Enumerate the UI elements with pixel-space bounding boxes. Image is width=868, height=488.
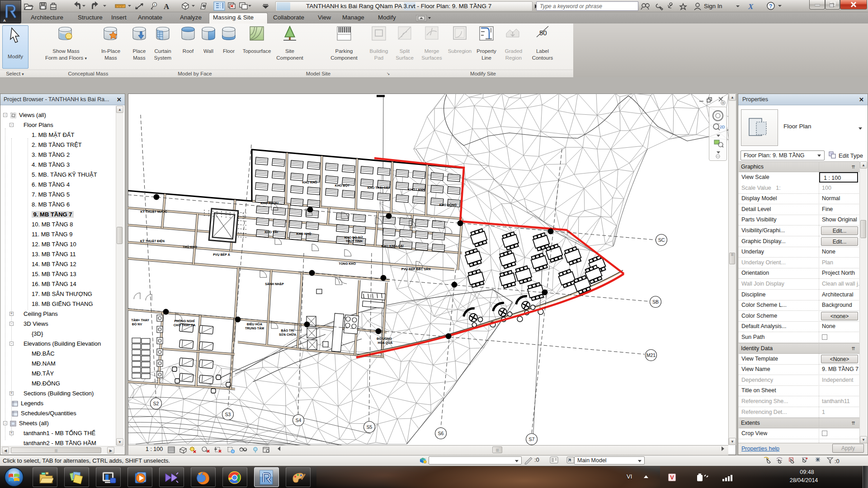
svg-text:S4: S4 xyxy=(296,418,302,423)
svg-text:KHO KIM LOẠI: KHO KIM LOẠI xyxy=(382,244,404,248)
svg-text:ĐỒ UỐNG: ĐỒ UỐNG xyxy=(377,336,392,340)
svg-text:SC: SC xyxy=(658,237,665,243)
svg-text:SỬA CHỮA: SỬA CHỮA xyxy=(279,333,296,336)
svg-text:PVỤ BẾP ĐẶC SẢN: PVỤ BẾP ĐẶC SẢN xyxy=(401,267,430,271)
svg-text:KỸ THUẬT ĐIỆN: KỸ THUẬT ĐIỆN xyxy=(140,239,165,243)
svg-text:50: 50 xyxy=(539,29,547,37)
svg-text:TẮM+ THAY: TẮM+ THAY xyxy=(131,318,149,322)
svg-text:CHỜ THAY CA: CHỜ THAY CA xyxy=(174,323,195,327)
svg-text:S5: S5 xyxy=(367,424,373,430)
svg-text:HOA QUẢ: HOA QUẢ xyxy=(378,341,393,345)
svg-text:KHO ĐỒ SỨ,: KHO ĐỒ SỨ, xyxy=(344,235,363,239)
svg-text:M21: M21 xyxy=(646,352,656,358)
svg-text:TỔNG KHO: TỔNG KHO xyxy=(339,262,356,265)
svg-text:KHO LẠNH: KHO LẠNH xyxy=(408,188,425,191)
svg-text:PVỤ BẾP Á: PVỤ BẾP Á xyxy=(213,252,230,256)
svg-text:SÀNH NHẬP: SÀNH NHẬP xyxy=(265,282,284,286)
svg-text:KHO ĐÔNG: KHO ĐÔNG xyxy=(439,203,457,206)
svg-text:S3: S3 xyxy=(225,412,231,417)
svg-text:X: X xyxy=(748,2,754,11)
svg-text:KHO TRÁI CÂY: KHO TRÁI CÂY xyxy=(368,186,391,189)
svg-text:ĐIỀU HÒA: ĐIỀU HÒA xyxy=(247,322,262,326)
svg-text:TRUNG TÂM: TRUNG TÂM xyxy=(245,326,264,330)
svg-text:A: A xyxy=(164,2,170,11)
svg-text:KHO KHÔ: KHO KHÔ xyxy=(302,180,317,184)
svg-text:2D: 2D xyxy=(720,125,725,129)
svg-text:?: ? xyxy=(769,3,772,9)
svg-text:Sign In: Sign In xyxy=(704,3,722,9)
svg-text:KỸ THUẬT NƯỚC: KỸ THUẬT NƯỚC xyxy=(140,210,167,213)
svg-text:ĐỒ NV: ĐỒ NV xyxy=(132,322,142,326)
svg-text::0: :0 xyxy=(835,458,840,465)
svg-text:S7: S7 xyxy=(529,436,535,442)
svg-text:SB: SB xyxy=(652,299,659,305)
svg-text:PHÒNG NGHỈ: PHÒNG NGHỈ xyxy=(174,319,194,323)
svg-text:BẢO TRÌ: BẢO TRÌ xyxy=(281,328,294,332)
svg-text:S2: S2 xyxy=(153,401,159,406)
svg-text:S6: S6 xyxy=(438,431,444,436)
svg-text:1: 1 xyxy=(154,3,156,6)
svg-text:KHO KHÔ: KHO KHÔ xyxy=(296,232,311,235)
svg-text:KHO BỘT: KHO BỘT xyxy=(335,183,350,187)
svg-text:KHO VẢI: KHO VẢI xyxy=(264,230,278,234)
svg-text:KHO RƯỢU: KHO RƯỢU xyxy=(260,202,278,205)
svg-text:THỦ KHO: THỦ KHO xyxy=(183,245,197,249)
svg-text:A: A xyxy=(3,19,6,23)
svg-text:THỦY TINH: THỦY TINH xyxy=(345,239,362,243)
